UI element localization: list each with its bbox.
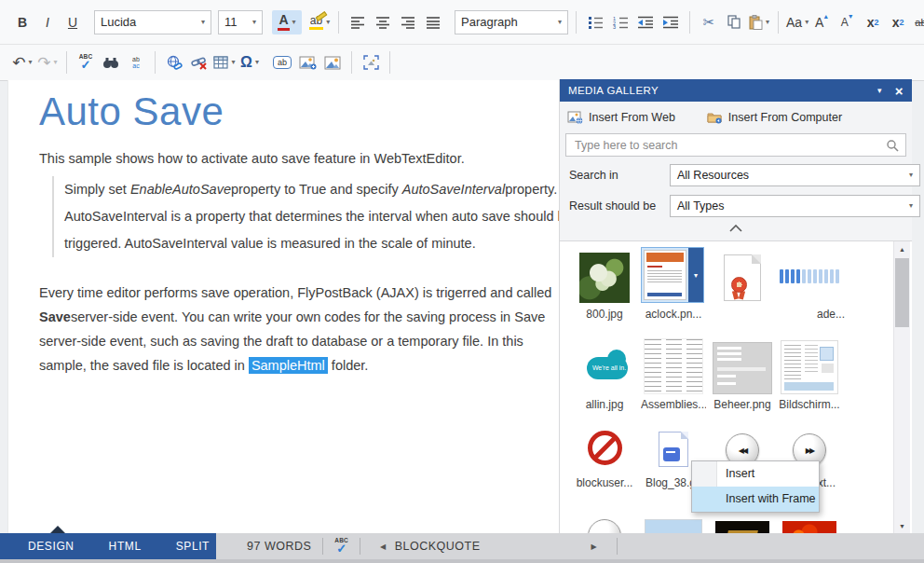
undo-button[interactable]: ↶ ▾ (11, 50, 34, 75)
replace-icon: ab ac (132, 56, 140, 69)
status-separator (322, 538, 323, 555)
font-color-button[interactable]: A ▾ (272, 10, 302, 34)
gallery-item[interactable]: We're all in. allin.jpg (572, 338, 637, 394)
svg-text:3: 3 (613, 24, 616, 29)
insert-picture-button[interactable] (321, 50, 344, 75)
search-icon[interactable] (886, 139, 899, 152)
numbered-list-button[interactable]: 123 (609, 10, 632, 34)
image-web-icon (567, 111, 583, 124)
tab-split[interactable]: SPLIT (176, 540, 210, 553)
search-input[interactable] (573, 138, 886, 153)
scissors-icon: ✂ (703, 14, 715, 31)
paragraph-style-select[interactable]: Paragraph ▾ (455, 10, 568, 34)
bullet-list-button[interactable] (584, 10, 606, 34)
gallery-item[interactable] (641, 510, 706, 533)
highlight-color-button[interactable]: ab ▾ (308, 10, 331, 34)
gallery-item[interactable]: ▶ (572, 510, 637, 533)
outdent-button[interactable] (634, 10, 657, 34)
bold-button[interactable]: B (11, 10, 34, 34)
find-button[interactable] (100, 50, 122, 75)
gallery-item[interactable]: Assemblies... (641, 338, 706, 394)
gallery-item[interactable] (777, 249, 842, 301)
insert-table-button[interactable]: ▾ (213, 50, 236, 75)
menu-item-insert-with-frame[interactable]: Insert with Frame (692, 487, 819, 512)
gallery-item-label: ade... (817, 308, 845, 321)
align-justify-button[interactable] (422, 10, 444, 34)
spell-check-status-icon[interactable]: ABC ✓ (334, 538, 348, 555)
gallery-item[interactable] (777, 510, 842, 533)
gallery-search-box (565, 133, 906, 157)
unlink-icon (191, 55, 208, 70)
font-family-select[interactable]: Lucida ▾ (94, 10, 211, 34)
indent-button[interactable] (659, 10, 682, 34)
align-left-button[interactable] (346, 10, 369, 34)
gallery-scrollbar[interactable]: ▲ ▼ (893, 241, 910, 533)
gallery-item[interactable]: blockuser... (572, 424, 637, 473)
align-center-button[interactable] (372, 10, 394, 34)
gallery-item[interactable] (710, 249, 775, 301)
collapse-filters-button[interactable] (560, 219, 912, 238)
nav-right-icon[interactable]: ▶ (591, 542, 597, 551)
insert-from-computer-button[interactable]: Insert From Computer (707, 111, 842, 124)
search-in-select[interactable]: All Resources ▾ (670, 164, 920, 186)
font-size-select[interactable]: 11 ▾ (218, 10, 263, 34)
result-type-select[interactable]: All Types ▾ (670, 195, 920, 217)
tab-design[interactable]: DESIGN (28, 540, 75, 553)
paste-button[interactable]: ▾ (748, 10, 770, 34)
redo-button[interactable]: ↷ ▾ (36, 50, 59, 75)
grow-font-button[interactable]: A ▲ (811, 10, 834, 34)
gallery-item[interactable]: Beheer.png (710, 338, 775, 394)
chevron-down-icon[interactable]: ▾ (255, 59, 259, 66)
chevron-down-icon[interactable]: ▾ (292, 19, 296, 26)
search-in-row: Search in All Resources ▾ (560, 164, 912, 186)
gallery-item-selected[interactable]: ▾ aclock.pn... (641, 247, 706, 303)
panel-close-icon[interactable]: × (895, 84, 904, 98)
superscript-button[interactable]: x 2 (887, 10, 909, 34)
scroll-down-icon[interactable]: ▼ (894, 518, 910, 533)
insert-link-button[interactable] (163, 50, 185, 75)
chevron-down-icon[interactable]: ▾ (766, 19, 769, 26)
insert-from-web-button[interactable]: Insert From Web (567, 111, 675, 124)
copy-button[interactable] (723, 10, 745, 34)
scroll-up-icon[interactable]: ▲ (894, 241, 910, 256)
chevron-down-icon[interactable]: ▾ (326, 19, 330, 26)
underline-button[interactable]: U (61, 10, 84, 34)
tab-html[interactable]: HTML (109, 540, 142, 553)
fullscreen-button[interactable] (360, 50, 382, 75)
remove-link-button[interactable] (188, 50, 211, 75)
copy-icon (727, 15, 741, 29)
cut-button[interactable]: ✂ (698, 10, 720, 34)
gallery-item-label: Bildschirm... (777, 398, 842, 411)
web-text-editor: B I U Lucida ▾ 11 ▾ A ▾ ab ▾ (0, 0, 924, 563)
panel-title: MEDIA GALLERY (568, 85, 659, 96)
textbox-icon: ab (273, 56, 292, 69)
shrink-font-button[interactable]: A ▼ (836, 10, 859, 34)
webpage-thumbnail (644, 250, 686, 300)
file-list-thumbnail (644, 338, 703, 394)
chevron-down-icon[interactable]: ▾ (29, 59, 33, 66)
doc-paragraph-2: Every time editor performs save operatio… (39, 281, 553, 378)
menu-item-insert[interactable]: Insert (692, 461, 819, 487)
insert-textbox-button[interactable]: ab (271, 50, 293, 75)
chevron-down-icon[interactable]: ▾ (231, 59, 235, 66)
gallery-item[interactable]: 800.jpg (572, 249, 637, 303)
gallery-item[interactable]: Bildschirm... (777, 338, 842, 394)
gallery-item[interactable] (710, 510, 775, 533)
insert-symbol-button[interactable]: Ω ▾ (238, 50, 261, 75)
panel-menu-caret-icon[interactable]: ▾ (877, 86, 882, 95)
superscript-number: 2 (900, 18, 904, 27)
spell-check-button[interactable]: ABC ✓ (75, 50, 97, 75)
subscript-button[interactable]: x 2 (862, 10, 884, 34)
doc-blockquote: Simply set EnableAutoSaveproperty to Tru… (52, 176, 575, 257)
align-right-button[interactable] (397, 10, 419, 34)
italic-button[interactable]: I (36, 10, 59, 34)
scrollbar-thumb[interactable] (895, 258, 909, 327)
numbered-list-icon: 123 (612, 16, 629, 29)
insert-image-gallery-button[interactable] (296, 50, 319, 75)
change-case-button[interactable]: Aa ▾ (786, 10, 808, 34)
image-add-icon (299, 56, 317, 70)
nav-left-icon[interactable]: ◀ (380, 542, 387, 551)
replace-button[interactable]: ab ac (125, 50, 147, 75)
item-dropdown-button[interactable]: ▾ (688, 248, 703, 302)
strikethrough-button[interactable]: abc (912, 10, 924, 34)
